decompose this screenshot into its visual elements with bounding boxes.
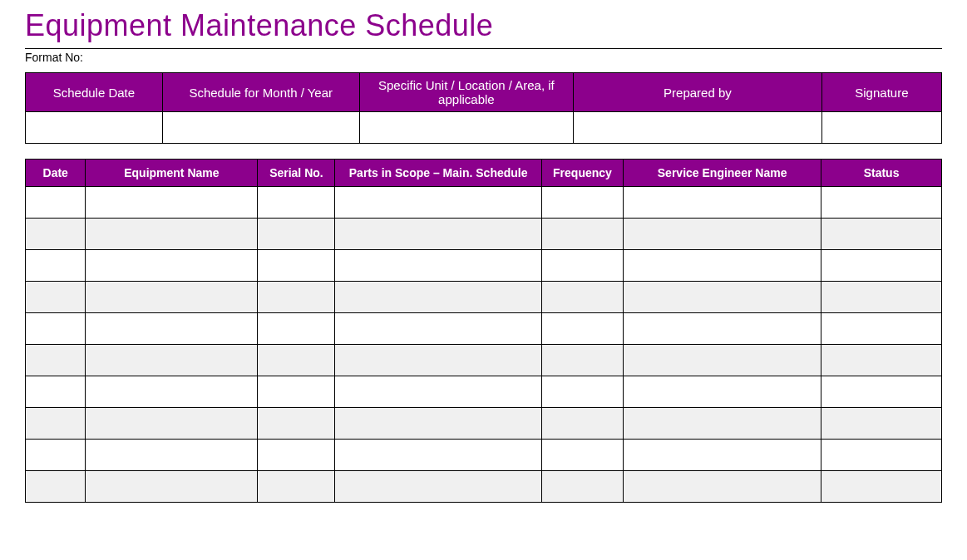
- cell-frequency[interactable]: [541, 282, 623, 313]
- cell-equipment_name[interactable]: [86, 408, 258, 440]
- info-header-prepared-by: Prepared by: [574, 73, 822, 112]
- cell-date[interactable]: [26, 282, 86, 313]
- col-serial-no: Serial No.: [258, 160, 335, 187]
- cell-engineer[interactable]: [624, 282, 821, 313]
- cell-date[interactable]: [26, 471, 86, 503]
- info-header-signature: Signature: [821, 73, 941, 112]
- info-cell-schedule-date[interactable]: [26, 112, 163, 144]
- cell-status[interactable]: [821, 376, 942, 408]
- cell-parts_scope[interactable]: [335, 376, 541, 408]
- cell-equipment_name[interactable]: [86, 282, 258, 313]
- table-row: [26, 313, 942, 345]
- cell-parts_scope[interactable]: [335, 408, 541, 440]
- cell-equipment_name[interactable]: [86, 440, 258, 471]
- info-cell-unit-location[interactable]: [359, 112, 573, 144]
- schedule-table: Date Equipment Name Serial No. Parts in …: [25, 159, 942, 503]
- cell-parts_scope[interactable]: [335, 187, 541, 219]
- info-header-schedule-for: Schedule for Month / Year: [162, 73, 359, 112]
- table-row: [26, 440, 942, 471]
- cell-serial_no[interactable]: [258, 408, 335, 440]
- cell-serial_no[interactable]: [258, 376, 335, 408]
- col-equipment-name: Equipment Name: [86, 160, 258, 187]
- table-row: [26, 219, 942, 250]
- info-cell-signature[interactable]: [821, 112, 941, 144]
- cell-parts_scope[interactable]: [335, 345, 541, 376]
- cell-engineer[interactable]: [624, 376, 821, 408]
- cell-parts_scope[interactable]: [335, 313, 541, 345]
- table-row: [26, 471, 942, 503]
- cell-frequency[interactable]: [541, 440, 623, 471]
- cell-status[interactable]: [821, 345, 942, 376]
- info-table: Schedule Date Schedule for Month / Year …: [25, 72, 942, 144]
- cell-status[interactable]: [821, 219, 942, 250]
- cell-status[interactable]: [821, 250, 942, 282]
- cell-serial_no[interactable]: [258, 313, 335, 345]
- cell-engineer[interactable]: [624, 408, 821, 440]
- cell-serial_no[interactable]: [258, 471, 335, 503]
- cell-frequency[interactable]: [541, 219, 623, 250]
- cell-date[interactable]: [26, 219, 86, 250]
- col-parts-scope: Parts in Scope – Main. Schedule: [335, 160, 541, 187]
- schedule-table-body: [26, 187, 942, 503]
- col-status: Status: [821, 160, 942, 187]
- cell-engineer[interactable]: [624, 313, 821, 345]
- cell-serial_no[interactable]: [258, 440, 335, 471]
- table-row: [26, 187, 942, 219]
- cell-date[interactable]: [26, 187, 86, 219]
- cell-equipment_name[interactable]: [86, 345, 258, 376]
- cell-serial_no[interactable]: [258, 250, 335, 282]
- table-row: [26, 408, 942, 440]
- cell-status[interactable]: [821, 408, 942, 440]
- table-row: [26, 345, 942, 376]
- cell-parts_scope[interactable]: [335, 282, 541, 313]
- info-cell-prepared-by[interactable]: [574, 112, 822, 144]
- cell-serial_no[interactable]: [258, 282, 335, 313]
- cell-serial_no[interactable]: [258, 187, 335, 219]
- cell-status[interactable]: [821, 282, 942, 313]
- cell-equipment_name[interactable]: [86, 219, 258, 250]
- cell-engineer[interactable]: [624, 250, 821, 282]
- info-cell-schedule-for[interactable]: [162, 112, 359, 144]
- cell-frequency[interactable]: [541, 471, 623, 503]
- format-no-label: Format No:: [25, 51, 942, 64]
- table-row: [26, 282, 942, 313]
- info-header-schedule-date: Schedule Date: [26, 73, 163, 112]
- cell-parts_scope[interactable]: [335, 250, 541, 282]
- cell-status[interactable]: [821, 313, 942, 345]
- cell-status[interactable]: [821, 440, 942, 471]
- cell-frequency[interactable]: [541, 376, 623, 408]
- col-engineer: Service Engineer Name: [624, 160, 821, 187]
- cell-engineer[interactable]: [624, 219, 821, 250]
- cell-date[interactable]: [26, 250, 86, 282]
- cell-status[interactable]: [821, 471, 942, 503]
- cell-equipment_name[interactable]: [86, 313, 258, 345]
- cell-date[interactable]: [26, 376, 86, 408]
- cell-date[interactable]: [26, 345, 86, 376]
- cell-engineer[interactable]: [624, 345, 821, 376]
- cell-frequency[interactable]: [541, 345, 623, 376]
- cell-date[interactable]: [26, 313, 86, 345]
- cell-equipment_name[interactable]: [86, 187, 258, 219]
- cell-engineer[interactable]: [624, 471, 821, 503]
- cell-parts_scope[interactable]: [335, 219, 541, 250]
- cell-status[interactable]: [821, 187, 942, 219]
- cell-serial_no[interactable]: [258, 345, 335, 376]
- cell-frequency[interactable]: [541, 313, 623, 345]
- cell-equipment_name[interactable]: [86, 376, 258, 408]
- cell-engineer[interactable]: [624, 187, 821, 219]
- table-row: [26, 376, 942, 408]
- cell-engineer[interactable]: [624, 440, 821, 471]
- cell-date[interactable]: [26, 408, 86, 440]
- cell-date[interactable]: [26, 440, 86, 471]
- cell-equipment_name[interactable]: [86, 250, 258, 282]
- cell-frequency[interactable]: [541, 250, 623, 282]
- cell-parts_scope[interactable]: [335, 471, 541, 503]
- info-header-unit-location: Specific Unit / Location / Area, if appl…: [359, 73, 573, 112]
- cell-serial_no[interactable]: [258, 219, 335, 250]
- cell-parts_scope[interactable]: [335, 440, 541, 471]
- cell-frequency[interactable]: [541, 187, 623, 219]
- cell-equipment_name[interactable]: [86, 471, 258, 503]
- info-row: [26, 112, 942, 144]
- page-title: Equipment Maintenance Schedule: [25, 8, 942, 43]
- cell-frequency[interactable]: [541, 408, 623, 440]
